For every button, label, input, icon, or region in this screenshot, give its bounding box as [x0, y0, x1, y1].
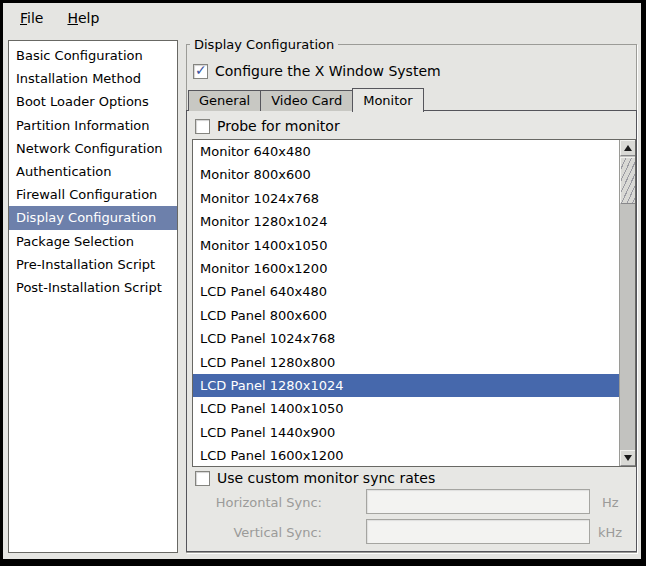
scrollbar-thumb[interactable] — [620, 157, 636, 204]
kickstart-configurator-window: File Help Basic Configuration Installati… — [0, 0, 646, 566]
vertical-sync-label: Vertical Sync: — [204, 525, 322, 540]
checkmark-icon: ✓ — [195, 62, 207, 78]
list-item[interactable]: LCD Panel 1280x800 — [193, 351, 619, 374]
menu-help[interactable]: Help — [60, 7, 106, 29]
horizontal-sync-label: Horizontal Sync: — [204, 495, 322, 510]
list-item-selected[interactable]: LCD Panel 1280x1024 — [193, 374, 619, 397]
probe-for-monitor-checkbox[interactable] — [195, 119, 210, 134]
list-item[interactable]: Monitor 1280x1024 — [193, 210, 619, 233]
horizontal-sync-input[interactable] — [366, 489, 590, 514]
vertical-sync-unit: kHz — [598, 525, 622, 540]
list-item[interactable]: LCD Panel 1024x768 — [193, 327, 619, 350]
list-item[interactable]: Monitor 1600x1200 — [193, 257, 619, 280]
tab-monitor[interactable]: Monitor — [352, 88, 423, 112]
list-item[interactable]: LCD Panel 640x480 — [193, 280, 619, 303]
configure-x-checkbox-label: Configure the X Window System — [215, 63, 441, 79]
use-custom-sync-rates-checkbox[interactable] — [195, 471, 210, 486]
sidebar-item-basic-configuration[interactable]: Basic Configuration — [9, 44, 177, 67]
sidebar-item-pre-installation-script[interactable]: Pre-Installation Script — [9, 253, 177, 276]
category-list: Basic Configuration Installation Method … — [8, 40, 178, 553]
sidebar-item-package-selection[interactable]: Package Selection — [9, 230, 177, 253]
horizontal-sync-unit: Hz — [602, 495, 619, 510]
scroll-up-button[interactable] — [620, 140, 636, 156]
probe-for-monitor-label: Probe for monitor — [217, 118, 340, 134]
list-item[interactable]: LCD Panel 1600x1200 — [193, 444, 619, 467]
use-custom-sync-rates-label: Use custom monitor sync rates — [217, 470, 435, 486]
list-item[interactable]: Monitor 800x600 — [193, 163, 619, 186]
tab-general[interactable]: General — [188, 90, 261, 111]
vertical-sync-input[interactable] — [366, 519, 590, 544]
sidebar-item-network-configuration[interactable]: Network Configuration — [9, 137, 177, 160]
sidebar-item-firewall-configuration[interactable]: Firewall Configuration — [9, 183, 177, 206]
list-item[interactable]: LCD Panel 800x600 — [193, 304, 619, 327]
list-item[interactable]: Monitor 1024x768 — [193, 187, 619, 210]
list-item[interactable]: LCD Panel 1400x1050 — [193, 397, 619, 420]
list-item[interactable]: Monitor 1400x1050 — [193, 234, 619, 257]
list-item[interactable]: LCD Panel 1440x900 — [193, 421, 619, 444]
arrow-down-icon — [624, 455, 632, 461]
menu-bar: File Help — [3, 3, 641, 33]
groupbox-title: Display Configuration — [190, 37, 338, 52]
sidebar-item-authentication[interactable]: Authentication — [9, 160, 177, 183]
sidebar-item-installation-method[interactable]: Installation Method — [9, 67, 177, 90]
monitor-list: Monitor 640x480 Monitor 800x600 Monitor … — [192, 139, 636, 467]
sidebar-item-partition-information[interactable]: Partition Information — [9, 114, 177, 137]
sidebar-item-display-configuration[interactable]: Display Configuration — [9, 206, 177, 229]
sidebar-item-boot-loader-options[interactable]: Boot Loader Options — [9, 90, 177, 113]
tab-video-card[interactable]: Video Card — [260, 90, 353, 111]
configure-x-checkbox[interactable]: ✓ — [193, 64, 208, 79]
vertical-scrollbar[interactable] — [619, 140, 635, 466]
list-item[interactable]: Monitor 640x480 — [193, 140, 619, 163]
scroll-down-button[interactable] — [620, 450, 636, 466]
arrow-up-icon — [624, 145, 632, 151]
tab-bar: General Video Card Monitor — [188, 88, 424, 111]
menu-file[interactable]: File — [13, 7, 50, 29]
sidebar-item-post-installation-script[interactable]: Post-Installation Script — [9, 276, 177, 299]
